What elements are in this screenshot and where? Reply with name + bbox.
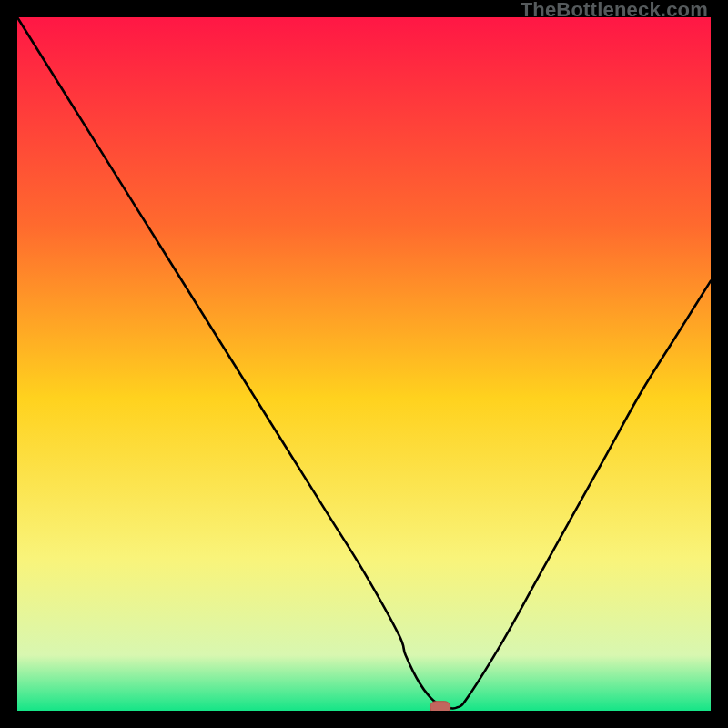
gradient-background: [17, 17, 711, 711]
optimum-marker: [430, 702, 450, 711]
chart-svg: [17, 17, 711, 711]
plot-area: [17, 17, 711, 711]
chart-frame: TheBottleneck.com: [0, 0, 728, 728]
